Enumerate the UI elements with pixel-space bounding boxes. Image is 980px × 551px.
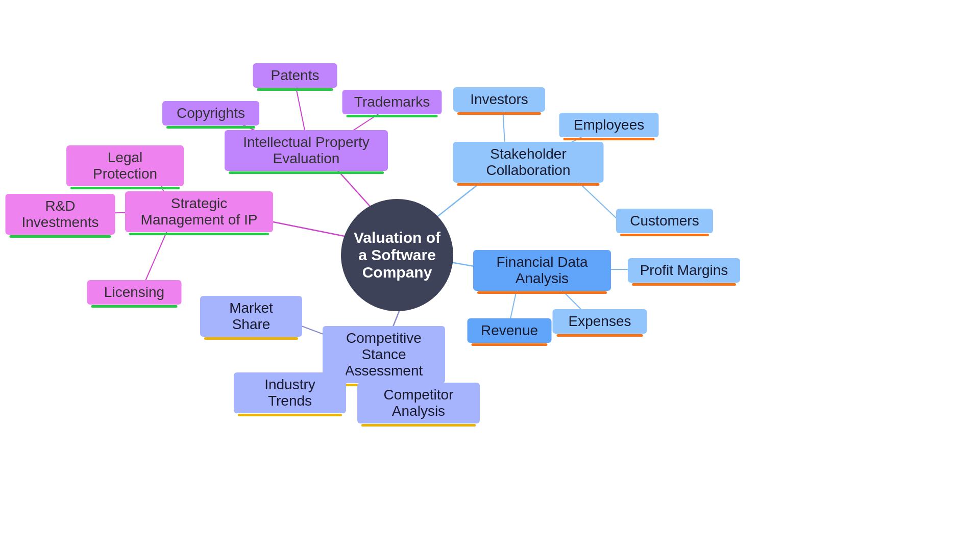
stakeholder-node[interactable]: Stakeholder Collaboration <box>453 142 604 183</box>
customers-label: Customers <box>630 213 699 229</box>
competitive-label: Competitive Stance Assessment <box>331 330 437 379</box>
investors-label: Investors <box>470 91 528 108</box>
strategic-label: Strategic Management of IP <box>133 195 265 228</box>
employees-label: Employees <box>574 117 645 133</box>
competitor-node[interactable]: Competitor Analysis <box>357 383 480 423</box>
profit-label: Profit Margins <box>640 262 728 279</box>
patents-node[interactable]: Patents <box>253 63 337 88</box>
copyrights-node[interactable]: Copyrights <box>162 101 259 126</box>
market-node[interactable]: Market Share <box>200 296 302 337</box>
financial-label: Financial Data Analysis <box>481 254 603 287</box>
strategic-node[interactable]: Strategic Management of IP <box>125 191 273 232</box>
rd-node[interactable]: R&D Investments <box>6 194 115 235</box>
revenue-label: Revenue <box>481 322 538 339</box>
employees-node[interactable]: Employees <box>559 113 659 137</box>
expenses-label: Expenses <box>569 313 631 330</box>
ip-node[interactable]: Intellectual Property Evaluation <box>225 130 388 171</box>
copyrights-label: Copyrights <box>177 105 245 121</box>
rd-label: R&D Investments <box>14 198 107 231</box>
ip-label: Intellectual Property Evaluation <box>233 134 380 167</box>
patents-label: Patents <box>271 67 320 84</box>
center-label: Valuation of a Software Company <box>349 229 445 281</box>
profit-node[interactable]: Profit Margins <box>628 258 740 283</box>
trademarks-label: Trademarks <box>354 94 430 110</box>
investors-node[interactable]: Investors <box>453 87 545 112</box>
market-label: Market Share <box>208 300 294 333</box>
trademarks-node[interactable]: Trademarks <box>342 90 442 114</box>
legal-node[interactable]: Legal Protection <box>66 145 184 186</box>
industry-label: Industry Trends <box>242 377 338 409</box>
industry-node[interactable]: Industry Trends <box>234 372 346 413</box>
competitor-label: Competitor Analysis <box>365 387 472 419</box>
center-node: Valuation of a Software Company <box>341 199 453 311</box>
financial-node[interactable]: Financial Data Analysis <box>473 250 611 291</box>
licensing-label: Licensing <box>104 284 164 300</box>
svg-line-5 <box>295 83 306 138</box>
stakeholder-label: Stakeholder Collaboration <box>461 146 596 179</box>
expenses-node[interactable]: Expenses <box>553 309 647 334</box>
licensing-node[interactable]: Licensing <box>87 280 182 305</box>
customers-node[interactable]: Customers <box>616 209 713 233</box>
revenue-node[interactable]: Revenue <box>468 318 552 343</box>
legal-label: Legal Protection <box>75 149 176 182</box>
